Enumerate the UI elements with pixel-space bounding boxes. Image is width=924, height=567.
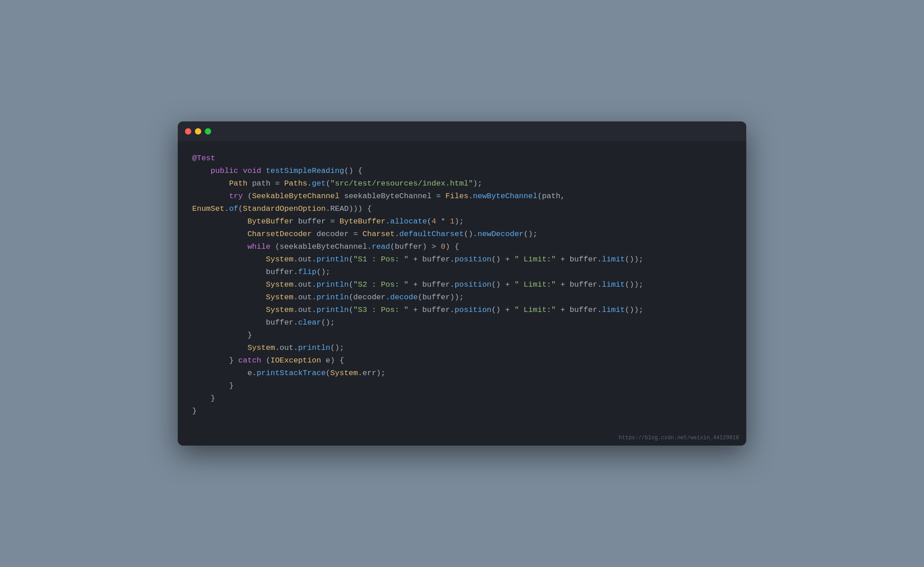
code-line-23: } (192, 380, 732, 392)
code-line-20: System.out.println(); (192, 342, 732, 354)
code-line-10: System.out.println("S1 : Pos: " + buffer… (192, 253, 732, 266)
code-line-25: } (192, 405, 732, 418)
code-line-15: System.out.println("S3 : Pos: " + buffer… (192, 304, 732, 316)
code-line-13: System.out.println("S2 : Pos: " + buffer… (192, 279, 732, 291)
code-line-2: public void testSimpleReading() { (192, 165, 732, 177)
code-line-18: } (192, 329, 732, 342)
code-line-11: buffer.flip(); (192, 266, 732, 279)
code-line-3: Path path = Paths.get("src/test/resource… (192, 177, 732, 190)
code-editor: @Test public void testSimpleReading() { … (178, 141, 746, 432)
code-window: @Test public void testSimpleReading() { … (178, 121, 746, 446)
code-line-17: buffer.clear(); (192, 316, 732, 329)
minimize-button[interactable] (195, 128, 201, 135)
code-line-22: e.printStackTrace(System.err); (192, 367, 732, 380)
code-line-9: while (seekableByteChannel.read(buffer) … (192, 241, 732, 253)
url-bar: https://blog.csdn.net/weixin_44129618 (178, 432, 746, 446)
titlebar (178, 121, 746, 141)
code-line-6: ByteBuffer buffer = ByteBuffer.allocate(… (192, 215, 732, 228)
code-line-5: EnumSet.of(StandardOpenOption.READ))) { (192, 203, 732, 215)
code-line-7: CharsetDecoder decoder = Charset.default… (192, 228, 732, 241)
code-line-1: @Test (192, 152, 732, 165)
url-text: https://blog.csdn.net/weixin_44129618 (619, 435, 739, 441)
close-button[interactable] (185, 128, 191, 135)
maximize-button[interactable] (205, 128, 211, 135)
code-line-4: try (SeekableByteChannel seekableByteCha… (192, 190, 732, 203)
code-line-14: System.out.println(decoder.decode(buffer… (192, 291, 732, 304)
code-line-24: } (192, 392, 732, 405)
code-line-21: } catch (IOException e) { (192, 354, 732, 367)
